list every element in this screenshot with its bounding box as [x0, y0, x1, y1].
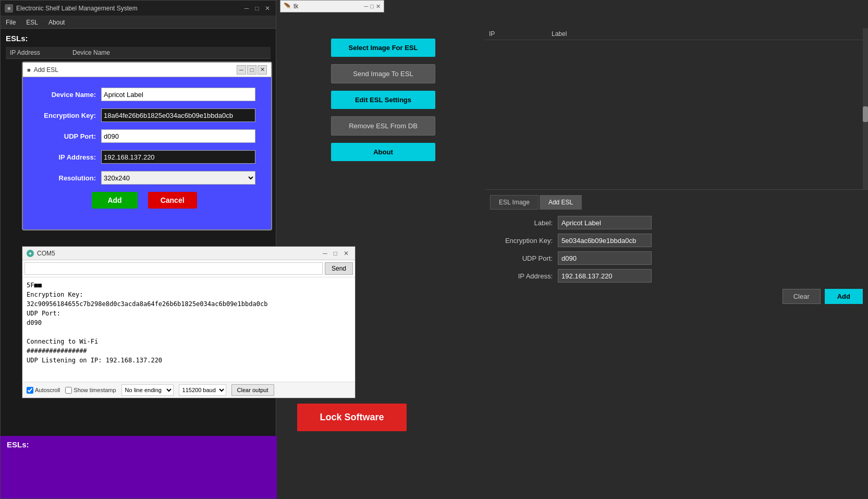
resolution-label: Resolution: [33, 174, 101, 182]
ip-address-input[interactable] [101, 150, 255, 164]
com-title-bar: ● COM5 ─ □ ✕ [22, 247, 355, 260]
dialog-title: Add ESL [34, 66, 234, 74]
dialog-buttons: Add Cancel [33, 192, 255, 219]
app-icon: ■ [5, 4, 13, 13]
dialog-title-bar: ■ Add ESL ─ □ ✕ [23, 63, 271, 77]
tabs-row: ESL Image Add ESL [490, 195, 863, 210]
device-name-row: Device Name: [33, 88, 255, 101]
com-send-button[interactable]: Send [325, 262, 353, 275]
dialog-close[interactable]: ✕ [258, 65, 267, 75]
col-ip-address: IP Address [10, 49, 72, 56]
com-send-row: Send [22, 260, 355, 277]
timestamp-check[interactable] [65, 387, 72, 394]
esls-bottom-title: ESLs: [7, 440, 29, 449]
autoscroll-check[interactable] [27, 387, 33, 394]
autoscroll-checkbox[interactable]: Autoscroll [27, 387, 60, 394]
right-panel: IP Label ESL Image Add ESL Label: Encryp… [485, 28, 868, 499]
device-name-input[interactable] [101, 88, 255, 101]
menu-esl[interactable]: ESL [21, 16, 43, 28]
close-button[interactable]: ✕ [263, 4, 272, 13]
form-buttons: Clear Add [490, 289, 863, 304]
right-col-ip: IP [489, 30, 552, 38]
com-window: ● COM5 ─ □ ✕ Send 5F■■ Encryption Key: 3… [22, 246, 356, 398]
ip-address-label: IP Address: [33, 153, 101, 161]
esls-bottom-bar: ESLs: [1, 436, 277, 498]
tk-maximize[interactable]: □ [370, 3, 374, 10]
send-image-button[interactable]: Send Image To ESL [331, 64, 435, 83]
right-add-button[interactable]: Add [825, 289, 863, 304]
encryption-key-row: Encryption Key: [33, 108, 255, 122]
window-controls: ─ □ ✕ [242, 4, 272, 13]
com-close-button[interactable]: ✕ [341, 250, 351, 257]
resolution-row: Resolution: 320x240 640x480 [33, 171, 255, 185]
right-encryption-label: Encryption Key: [490, 237, 553, 245]
udp-port-label: UDP Port: [33, 132, 101, 140]
edit-settings-button[interactable]: Edit ESL Settings [331, 91, 435, 109]
com-output: 5F■■ Encryption Key: 32c90956184655c7b29… [22, 277, 355, 382]
right-scrollbar-thumb [863, 106, 868, 122]
right-form-area: ESL Image Add ESL Label: Encryption Key:… [485, 190, 868, 499]
right-ip-input[interactable] [558, 269, 652, 283]
about-button[interactable]: About [331, 143, 435, 161]
right-ip-label: IP Address: [490, 272, 553, 280]
lock-btn-area: Lock Software [297, 404, 407, 431]
lock-software-button[interactable]: Lock Software [297, 404, 407, 431]
dialog-icon: ■ [27, 67, 31, 73]
clear-output-button[interactable]: Clear output [231, 384, 274, 396]
maximize-button[interactable]: □ [253, 4, 261, 13]
encryption-key-label: Encryption Key: [33, 112, 101, 119]
add-esl-form: Label: Encryption Key: UDP Port: IP Addr… [490, 216, 863, 304]
right-encryption-input[interactable] [558, 234, 652, 247]
add-esl-dialog: ■ Add ESL ─ □ ✕ Device Name: Encryption … [22, 62, 272, 230]
menu-file[interactable]: File [1, 16, 21, 28]
dialog-controls: ─ □ ✕ [237, 65, 267, 75]
right-scrollbar[interactable] [863, 28, 868, 189]
app-title: Electronic Shelf Label Management System [16, 5, 239, 12]
right-udp-input[interactable] [558, 251, 652, 265]
right-table-area: IP Label [485, 28, 868, 190]
minimize-button[interactable]: ─ [242, 4, 251, 13]
baud-rate-select[interactable]: 115200 baud 9600 baud [179, 384, 226, 396]
cancel-button[interactable]: Cancel [148, 192, 197, 209]
select-image-button[interactable]: Select Image For ESL [331, 39, 435, 57]
tab-esl-image[interactable]: ESL Image [490, 195, 539, 210]
dialog-body: Device Name: Encryption Key: UDP Port: I… [23, 77, 271, 229]
right-col-label: Label [552, 30, 864, 38]
resolution-select[interactable]: 320x240 640x480 [101, 171, 255, 185]
com-icon: ● [27, 250, 34, 257]
tk-window: 🪶 tk ─ □ ✕ [280, 0, 384, 13]
udp-port-row: UDP Port: [33, 129, 255, 143]
line-ending-select[interactable]: No line ending Newline Carriage return [121, 384, 174, 396]
right-label-input[interactable] [558, 216, 652, 229]
device-name-label: Device Name: [33, 91, 101, 99]
right-udp-label: UDP Port: [490, 254, 553, 262]
com-send-input[interactable] [25, 262, 323, 275]
com-controls: ─ □ ✕ [321, 250, 351, 257]
tk-controls: ─ □ ✕ [364, 3, 381, 10]
menu-about[interactable]: About [43, 16, 70, 28]
remove-esl-button[interactable]: Remove ESL From DB [331, 116, 435, 136]
ip-address-row: IP Address: [33, 150, 255, 164]
tk-title: tk [294, 3, 362, 10]
right-label-label: Label: [490, 219, 553, 227]
timestamp-checkbox[interactable]: Show timestamp [65, 387, 116, 394]
dialog-minimize[interactable]: ─ [237, 65, 246, 75]
encryption-key-input[interactable] [101, 108, 255, 122]
com-minimize-button[interactable]: ─ [321, 250, 329, 257]
tk-icon: 🪶 [284, 3, 291, 10]
esl-title: ESLs: [6, 34, 271, 43]
com-footer: Autoscroll Show timestamp No line ending… [22, 382, 355, 398]
tk-close[interactable]: ✕ [376, 3, 381, 10]
dialog-maximize[interactable]: □ [247, 65, 256, 75]
com-maximize-button[interactable]: □ [332, 250, 339, 257]
com-title: COM5 [37, 250, 317, 257]
add-button[interactable]: Add [92, 192, 137, 209]
tk-minimize[interactable]: ─ [364, 3, 369, 10]
right-clear-button[interactable]: Clear [783, 289, 821, 304]
esl-panel: ESLs: IP Address Device Name [1, 29, 276, 64]
main-title-bar: ■ Electronic Shelf Label Management Syst… [1, 1, 276, 16]
esl-table-header: IP Address Device Name [6, 47, 271, 59]
tab-add-esl[interactable]: Add ESL [540, 195, 582, 210]
menu-bar: File ESL About [1, 16, 276, 29]
udp-port-input[interactable] [101, 129, 255, 143]
